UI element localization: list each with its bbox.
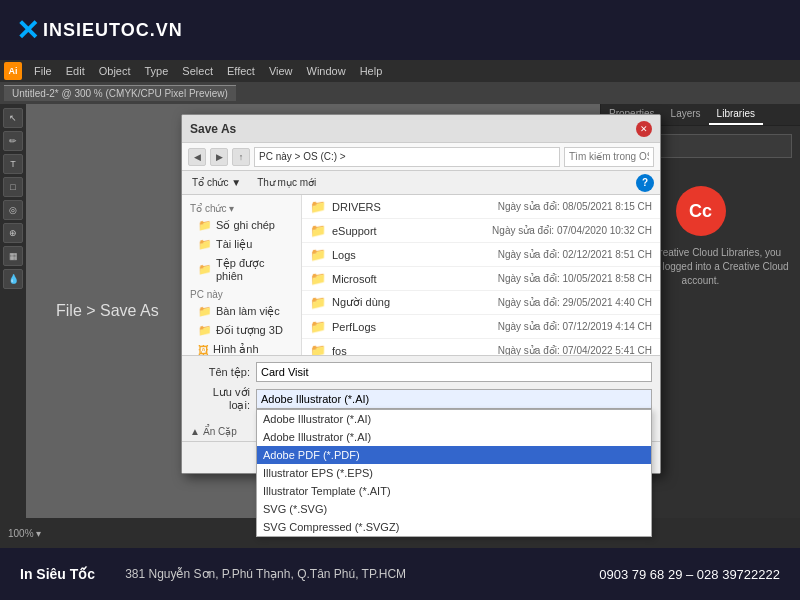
filetype-dropdown[interactable]: Adobe Illustrator (*.AI) Adobe Illustrat… (256, 389, 652, 409)
tab-layers[interactable]: Layers (663, 104, 709, 125)
gradient-tool[interactable]: ▦ (3, 246, 23, 266)
organize-button[interactable]: Tổ chức ▼ (188, 175, 245, 190)
footer-bar: In Siêu Tốc 381 Nguyễn Sơn, P.Phú Thạnh,… (0, 548, 800, 600)
status-text: 100% ▾ (8, 528, 41, 539)
dialog-addressbar: ◀ ▶ ↑ PC này > OS (C:) > (182, 143, 660, 171)
tab-libraries[interactable]: Libraries (709, 104, 763, 125)
logo-x-icon: ✕ (16, 14, 39, 47)
new-folder-button[interactable]: Thư mục mới (253, 175, 320, 190)
dropdown-option-selected[interactable]: Adobe PDF (*.PDF) (257, 446, 651, 464)
nav-item-soghinchep[interactable]: 📁Số ghi chép (182, 216, 301, 235)
quick-access-label: Tổ chức ▾ (182, 199, 301, 216)
nav-item-doituong3d[interactable]: 📁Đối tượng 3D (182, 321, 301, 340)
menu-file[interactable]: File (28, 63, 58, 79)
ai-tabbar: Untitled-2* @ 300 % (CMYK/CPU Pixel Prev… (0, 82, 800, 104)
table-row[interactable]: 📁 eSupport Ngày sửa đổi: 07/04/2020 10:3… (302, 219, 660, 243)
menu-view[interactable]: View (263, 63, 299, 79)
menu-object[interactable]: Object (93, 63, 137, 79)
dialog-toolbar: Tổ chức ▼ Thư mục mới ? (182, 171, 660, 195)
file-date: Ngày sửa đổi: 07/04/2020 10:32 CH (492, 225, 652, 236)
help-button[interactable]: ? (636, 174, 654, 192)
file-date: Ngày sửa đổi: 08/05/2021 8:15 CH (498, 201, 652, 212)
file-save-as-label: File > Save As (56, 302, 159, 320)
ai-logo-icon: Ai (4, 62, 22, 80)
file-name: fos (332, 345, 498, 356)
file-date: Ngày sửa đổi: 29/05/2021 4:40 CH (498, 297, 652, 308)
shape-tool[interactable]: □ (3, 177, 23, 197)
canvas-area: File > Save As Save As ✕ ◀ ▶ ↑ PC này > … (26, 104, 600, 518)
search-input[interactable] (564, 147, 654, 167)
dialog-form: Tên tệp: Lưu với loại: Adobe Illustrator… (182, 355, 660, 422)
save-as-dialog: Save As ✕ ◀ ▶ ↑ PC này > OS (C:) > Tổ ch… (181, 114, 661, 474)
folder-icon: 📁 (310, 199, 326, 214)
dropdown-option[interactable]: Adobe Illustrator (*.AI) (257, 428, 651, 446)
folder-icon: 📁 (310, 247, 326, 262)
menu-window[interactable]: Window (301, 63, 352, 79)
folder-icon: 📁 (310, 343, 326, 355)
menu-help[interactable]: Help (354, 63, 389, 79)
file-date: Ngày sửa đổi: 07/12/2019 4:14 CH (498, 321, 652, 332)
dialog-close-button[interactable]: ✕ (636, 121, 652, 137)
table-row[interactable]: 📁 Microsoft Ngày sửa đổi: 10/05/2021 8:5… (302, 267, 660, 291)
folder-icon: 📁 (198, 324, 212, 337)
menu-type[interactable]: Type (139, 63, 175, 79)
table-row[interactable]: 📁 fos Ngày sửa đổi: 07/04/2022 5:41 CH (302, 339, 660, 355)
dropdown-option[interactable]: SVG (*.SVG) (257, 500, 651, 518)
table-row[interactable]: 📁 DRIVERS Ngày sửa đổi: 08/05/2021 8:15 … (302, 195, 660, 219)
logo-bar: ✕ INSIEUTOC.VN (0, 0, 800, 60)
filename-label: Tên tệp: (190, 366, 250, 379)
folder-icon: 📁 (198, 305, 212, 318)
file-date: Ngày sửa đổi: 07/04/2022 5:41 CH (498, 345, 652, 355)
dialog-title: Save As (190, 122, 236, 136)
nav-item-hinhanh[interactable]: 🖼Hình ảnh (182, 340, 301, 355)
file-date: Ngày sửa đổi: 02/12/2021 8:51 CH (498, 249, 652, 260)
filetype-row: Lưu với loại: Adobe Illustrator (*.AI) A… (190, 386, 652, 412)
nav-item-banlamviec[interactable]: 📁Bàn làm việc (182, 302, 301, 321)
folder-icon: 📁 (198, 263, 212, 276)
table-row[interactable]: 📁 PerfLogs Ngày sửa đổi: 07/12/2019 4:14… (302, 315, 660, 339)
filetype-label: Lưu với loại: (190, 386, 250, 412)
filename-input[interactable] (256, 362, 652, 382)
nav-item-tailieu[interactable]: 📁Tài liệu (182, 235, 301, 254)
pc-label: PC này (182, 285, 301, 302)
menu-edit[interactable]: Edit (60, 63, 91, 79)
up-button[interactable]: ↑ (232, 148, 250, 166)
footer-company: In Siêu Tốc (20, 566, 95, 582)
file-name: DRIVERS (332, 201, 498, 213)
dropdown-option[interactable]: Illustrator Template (*.AIT) (257, 482, 651, 500)
ai-menubar: Ai File Edit Object Type Select Effect V… (0, 60, 800, 82)
type-tool[interactable]: T (3, 154, 23, 174)
creative-cloud-icon: Cc (676, 186, 726, 236)
file-name: PerfLogs (332, 321, 498, 333)
back-button[interactable]: ◀ (188, 148, 206, 166)
ai-main: ↖ ✏ T □ ◎ ⊕ ▦ 💧 File > Save As Save As ✕… (0, 104, 800, 518)
ai-window: Ai File Edit Object Type Select Effect V… (0, 60, 800, 548)
address-path[interactable]: PC này > OS (C:) > (254, 147, 560, 167)
eyedropper-tool[interactable]: 💧 (3, 269, 23, 289)
menu-effect[interactable]: Effect (221, 63, 261, 79)
forward-button[interactable]: ▶ (210, 148, 228, 166)
pen-tool[interactable]: ✏ (3, 131, 23, 151)
logo-text: INSIEUTOC.VN (43, 20, 183, 41)
dropdown-option[interactable]: Illustrator EPS (*.EPS) (257, 464, 651, 482)
file-name: eSupport (332, 225, 492, 237)
dropdown-option[interactable]: SVG Compressed (*.SVGZ) (257, 518, 651, 536)
table-row[interactable]: 📁 Người dùng Ngày sửa đổi: 29/05/2021 4:… (302, 291, 660, 315)
select-tool[interactable]: ↖ (3, 108, 23, 128)
folder-icon: 📁 (310, 295, 326, 310)
nav-item-tepduocphien[interactable]: 📁Tệp được phiên (182, 254, 301, 285)
dropdown-option[interactable]: Adobe Illustrator (*.AI) (257, 410, 651, 428)
file-name: Microsoft (332, 273, 498, 285)
file-name: Người dùng (332, 296, 498, 309)
file-date: Ngày sửa đổi: 10/05/2021 8:58 CH (498, 273, 652, 284)
menu-select[interactable]: Select (176, 63, 219, 79)
document-tab[interactable]: Untitled-2* @ 300 % (CMYK/CPU Pixel Prev… (4, 85, 236, 101)
table-row[interactable]: 📁 Logs Ngày sửa đổi: 02/12/2021 8:51 CH (302, 243, 660, 267)
file-name: Logs (332, 249, 498, 261)
folder-icon: 📁 (198, 219, 212, 232)
brush-tool[interactable]: ◎ (3, 200, 23, 220)
dropdown-selected-value[interactable]: Adobe Illustrator (*.AI) (256, 389, 652, 409)
file-list: 📁 DRIVERS Ngày sửa đổi: 08/05/2021 8:15 … (302, 195, 660, 355)
zoom-tool[interactable]: ⊕ (3, 223, 23, 243)
dialog-body: Tổ chức ▾ 📁Số ghi chép 📁Tài liệu 📁Tệp đư… (182, 195, 660, 355)
